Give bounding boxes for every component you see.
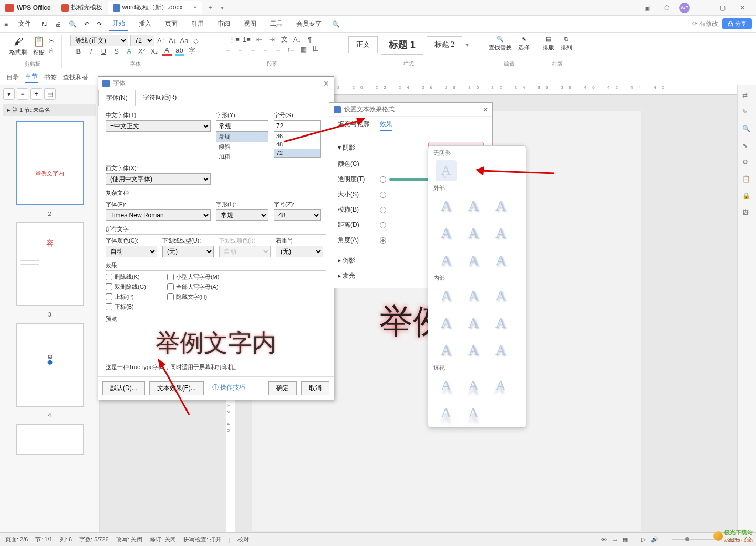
- section-header[interactable]: ▸ 第 1 节: 未命名: [3, 104, 96, 116]
- align-left-icon[interactable]: ≡: [223, 44, 233, 54]
- shadow-inner-5[interactable]: A: [463, 312, 484, 333]
- font-style-list[interactable]: 常规倾斜加粗: [216, 132, 268, 162]
- rp-search-icon[interactable]: 🔍: [742, 125, 752, 134]
- page-thumb-3[interactable]: 容—————————————————————: [16, 222, 84, 306]
- c-font-select[interactable]: Times New Roman: [106, 209, 211, 221]
- underline-select[interactable]: (无): [162, 246, 214, 257]
- rp-clipboard-icon[interactable]: 📋: [742, 175, 752, 185]
- shadow-inner-9[interactable]: A: [490, 340, 511, 361]
- format-brush-button[interactable]: 🖌格式刷: [7, 35, 29, 57]
- tab-fill-outline[interactable]: 填充与轮廓: [338, 120, 369, 131]
- menu-insert[interactable]: 插入: [136, 17, 154, 30]
- decrease-font-icon[interactable]: A↓: [168, 36, 178, 45]
- angle-radio[interactable]: [380, 237, 386, 244]
- user-avatar[interactable]: WP: [679, 3, 690, 13]
- menu-reference[interactable]: 引用: [188, 17, 207, 30]
- font-color-icon[interactable]: A: [162, 46, 172, 56]
- shadow-persp-4[interactable]: A: [436, 402, 457, 423]
- nav-find[interactable]: 查找和替: [63, 73, 88, 82]
- add-tab-button[interactable]: ＋: [202, 1, 219, 14]
- chk-allcaps[interactable]: 全部大写字母(A): [167, 283, 220, 291]
- tab-dropdown-icon[interactable]: ▾: [219, 4, 226, 12]
- shadow-inner-3[interactable]: A: [490, 285, 511, 306]
- ok-button[interactable]: 确定: [268, 381, 297, 395]
- font-size-select[interactable]: 72: [130, 35, 154, 46]
- search-icon[interactable]: 🔍: [332, 20, 340, 28]
- clear-format-icon[interactable]: ◇: [191, 36, 201, 45]
- font-size-input[interactable]: [274, 120, 321, 132]
- tab-font[interactable]: 字体(N): [98, 90, 136, 106]
- highlight-icon[interactable]: ab: [175, 46, 184, 56]
- c-size-select[interactable]: 48: [274, 209, 321, 221]
- distance-radio[interactable]: [380, 222, 386, 228]
- shadow-outer-5[interactable]: A: [463, 223, 484, 244]
- font-style-input[interactable]: [216, 120, 268, 132]
- share-button[interactable]: 凸 分享: [722, 18, 752, 29]
- align-right-icon[interactable]: ≡: [248, 44, 258, 54]
- status-chars[interactable]: 字数: 5/726: [79, 536, 109, 543]
- font-dialog-close-icon[interactable]: ✕: [323, 79, 329, 88]
- shadow-persp-1[interactable]: A: [436, 375, 457, 396]
- menu-page[interactable]: 页面: [162, 17, 181, 30]
- indent-icon[interactable]: ⇥: [267, 35, 277, 44]
- style-normal[interactable]: 正文: [348, 36, 378, 53]
- page-thumb-4[interactable]: 🖼🔵: [16, 323, 84, 407]
- justify-icon[interactable]: ≡: [261, 44, 271, 54]
- nav-sections[interactable]: 章节: [25, 72, 38, 83]
- menu-view[interactable]: 视图: [241, 17, 260, 30]
- shadow-inner-1[interactable]: A: [436, 285, 457, 306]
- bullet-list-icon[interactable]: ⋮≡: [230, 35, 239, 44]
- size-radio[interactable]: [380, 192, 386, 198]
- shadow-outer-3[interactable]: A: [490, 195, 511, 216]
- rp-pencil-icon[interactable]: ✎: [742, 108, 752, 118]
- tab-spacing[interactable]: 字符间距(R): [136, 90, 184, 106]
- menu-start[interactable]: 开始: [109, 17, 128, 31]
- save-icon[interactable]: 🖫: [42, 20, 48, 28]
- cn-layout-icon[interactable]: 文: [280, 35, 289, 44]
- rp-settings-icon[interactable]: ⚙: [742, 159, 752, 168]
- rp-lock-icon[interactable]: 🔒: [742, 192, 752, 202]
- shadow-none[interactable]: A↖: [436, 160, 457, 181]
- border-icon[interactable]: 田: [312, 44, 321, 54]
- distribute-icon[interactable]: ≡: [274, 44, 283, 54]
- reflection-toggle[interactable]: ▸ 倒影: [338, 256, 355, 265]
- status-track[interactable]: 改写: 关闭: [116, 536, 142, 543]
- shadow-inner-4[interactable]: A: [436, 312, 457, 333]
- redo-icon[interactable]: ↷: [97, 20, 102, 28]
- show-marks-icon[interactable]: ¶: [305, 35, 315, 44]
- sidebar-add-button[interactable]: +: [30, 88, 42, 100]
- font-name-select[interactable]: 等线 (正文): [70, 35, 128, 46]
- preview-icon[interactable]: 🔍: [69, 20, 77, 28]
- status-grid-icon[interactable]: ▦: [623, 536, 628, 543]
- sidebar-dropdown-button[interactable]: ▾: [3, 88, 15, 100]
- menu-file[interactable]: 文件: [15, 17, 34, 30]
- cn-font-select[interactable]: +中文正文: [106, 120, 211, 132]
- chk-sub[interactable]: 下标(B): [106, 303, 146, 311]
- align-center-icon[interactable]: ≡: [236, 44, 245, 54]
- menu-tools[interactable]: 工具: [267, 17, 286, 30]
- status-proof[interactable]: 校对: [237, 536, 249, 543]
- shadow-inner-7[interactable]: A: [436, 340, 457, 361]
- tab-effect[interactable]: 效果: [380, 120, 392, 131]
- status-eye-icon[interactable]: 👁: [601, 537, 607, 543]
- print-icon[interactable]: 🖨: [55, 20, 61, 28]
- status-play-icon[interactable]: ▷: [641, 536, 646, 543]
- shadow-outer-4[interactable]: A: [436, 223, 457, 244]
- cut-icon[interactable]: ✂: [49, 37, 57, 46]
- style-h2[interactable]: 标题 2: [427, 36, 463, 53]
- number-list-icon[interactable]: 1≡: [242, 35, 252, 44]
- layout-button[interactable]: ▤排版: [541, 35, 556, 52]
- menu-review[interactable]: 审阅: [214, 17, 233, 30]
- find-replace-button[interactable]: 🔍查找替换: [486, 35, 514, 52]
- change-case-icon[interactable]: Aa: [180, 36, 189, 45]
- style-more-icon[interactable]: ▾: [465, 41, 469, 48]
- shading-icon[interactable]: ▦: [299, 44, 308, 54]
- undo-icon[interactable]: ↶: [84, 20, 89, 28]
- style-h1[interactable]: 标题 1: [381, 35, 423, 55]
- effect-panel-close-icon[interactable]: ✕: [483, 106, 488, 113]
- status-speak-icon[interactable]: 🔊: [651, 536, 658, 543]
- minimize-button[interactable]: —: [695, 2, 710, 14]
- chk-strike[interactable]: 删除线(K): [106, 273, 146, 281]
- rp-collapse-icon[interactable]: ⇄: [742, 91, 752, 101]
- tab-document[interactable]: word教程（新）.docx•: [108, 1, 202, 14]
